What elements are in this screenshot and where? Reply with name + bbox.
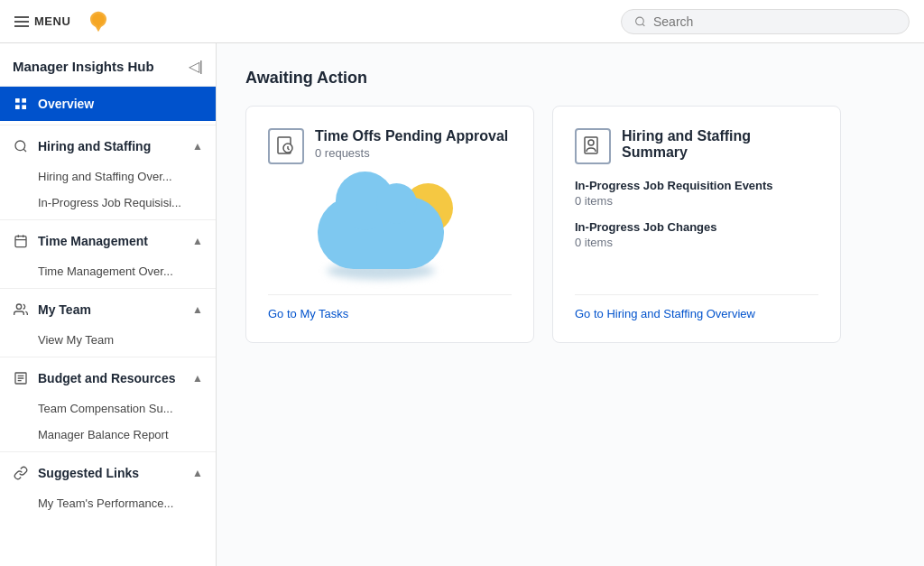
menu-button[interactable]: MENU: [14, 14, 70, 28]
chevron-up-icon: ▲: [192, 140, 203, 153]
hiring-summary-title-block: Hiring and Staffing Summary: [622, 128, 818, 161]
sidebar-item-budget-resources[interactable]: Budget and Resources ▲: [0, 361, 216, 395]
hamburger-icon: [14, 16, 29, 27]
sidebar-item-time-management[interactable]: Time Management ▲: [0, 224, 216, 258]
search-icon: [634, 15, 646, 28]
go-to-my-tasks-link[interactable]: Go to My Tasks: [268, 307, 348, 320]
svg-point-12: [588, 140, 594, 145]
sidebar-subitem-hiring-overview[interactable]: Hiring and Staffing Over...: [0, 163, 216, 190]
sidebar-collapse-button[interactable]: ◁|: [189, 58, 203, 75]
hiring-summary-stats: In-Progress Job Requisition Events 0 ite…: [575, 179, 818, 287]
people-icon: [13, 302, 29, 318]
cloud-shape: [318, 197, 444, 269]
stat-item-requisition: In-Progress Job Requisition Events 0 ite…: [575, 179, 773, 208]
sidebar-header: Manager Insights Hub ◁|: [0, 43, 216, 87]
hiring-staffing-label: Hiring and Staffing: [38, 139, 151, 153]
svg-point-0: [636, 17, 644, 25]
chevron-up-icon: ▲: [192, 372, 203, 385]
main-content: Awaiting Action Time Offs Pending Approv…: [217, 43, 924, 566]
workday-logo: [85, 8, 112, 35]
suggested-links-label: Suggested Links: [38, 466, 139, 480]
person-document-icon: [582, 135, 604, 157]
go-to-hiring-link[interactable]: Go to Hiring and Staffing Overview: [575, 307, 755, 320]
hiring-icon-wrap: [575, 128, 611, 164]
svg-rect-1: [15, 98, 20, 103]
svg-rect-4: [22, 105, 26, 109]
sidebar-item-my-team[interactable]: My Team ▲: [0, 292, 216, 327]
sidebar: Manager Insights Hub ◁| Overview Hiring …: [0, 43, 217, 566]
link-icon: [13, 465, 29, 481]
chevron-up-icon: ▲: [192, 303, 203, 316]
hiring-summary-card-header: Hiring and Staffing Summary: [575, 128, 818, 164]
search-bar: [621, 9, 910, 34]
topbar: MENU: [0, 0, 924, 43]
time-offs-card: Time Offs Pending Approval 0 requests Go…: [245, 106, 534, 343]
time-offs-title-block: Time Offs Pending Approval 0 requests: [315, 128, 508, 160]
menu-label: MENU: [34, 14, 70, 28]
time-offs-title: Time Offs Pending Approval: [315, 128, 508, 144]
sidebar-item-overview[interactable]: Overview: [0, 87, 216, 121]
sidebar-subitem-team-compensation[interactable]: Team Compensation Su...: [0, 395, 216, 422]
time-offs-card-footer: Go to My Tasks: [268, 294, 512, 320]
grid-icon: [13, 96, 29, 112]
chevron-up-icon: ▲: [192, 235, 203, 247]
time-offs-illustration: [268, 179, 512, 287]
budget-resources-label: Budget and Resources: [38, 371, 175, 385]
hiring-summary-title: Hiring and Staffing Summary: [622, 128, 818, 161]
cloud-illustration: [309, 179, 471, 287]
time-offs-subtitle: 0 requests: [315, 146, 508, 160]
time-offs-icon-wrap: [268, 128, 304, 164]
time-offs-card-header: Time Offs Pending Approval 0 requests: [268, 128, 512, 164]
sidebar-item-suggested-links[interactable]: Suggested Links ▲: [0, 456, 216, 490]
divider: [0, 451, 216, 452]
section-title: Awaiting Action: [245, 69, 895, 88]
hiring-summary-card: Hiring and Staffing Summary In-Progress …: [552, 106, 841, 343]
stat-requisition-label: In-Progress Job Requisition Events: [575, 179, 773, 192]
svg-rect-3: [15, 105, 20, 109]
divider: [0, 288, 216, 289]
stat-job-changes-label: In-Progress Job Changes: [575, 220, 716, 234]
sidebar-subitem-my-team-performance[interactable]: My Team's Performance...: [0, 490, 216, 516]
sidebar-item-hiring-staffing[interactable]: Hiring and Staffing ▲: [0, 129, 216, 163]
svg-point-7: [16, 304, 21, 309]
sidebar-subitem-manager-balance[interactable]: Manager Balance Report: [0, 422, 216, 448]
clock-document-icon: [275, 135, 297, 157]
cards-row: Time Offs Pending Approval 0 requests Go…: [245, 106, 895, 343]
search-input[interactable]: [653, 14, 896, 29]
divider: [0, 125, 216, 125]
stat-job-changes-value: 0 items: [575, 236, 716, 249]
sidebar-title: Manager Insights Hub: [13, 59, 154, 74]
svg-rect-6: [15, 237, 26, 247]
hiring-summary-card-footer: Go to Hiring and Staffing Overview: [575, 294, 818, 320]
document-icon: [13, 370, 29, 386]
search-nav-icon: [13, 138, 29, 154]
chevron-up-icon: ▲: [192, 467, 203, 479]
sidebar-subitem-time-mgmt-overview[interactable]: Time Management Over...: [0, 258, 216, 284]
time-management-label: Time Management: [38, 234, 148, 248]
stat-requisition-value: 0 items: [575, 194, 773, 208]
divider: [0, 219, 216, 220]
sidebar-overview-label: Overview: [38, 97, 94, 111]
my-team-label: My Team: [38, 302, 91, 317]
sidebar-subitem-view-my-team[interactable]: View My Team: [0, 327, 216, 353]
stat-item-job-changes: In-Progress Job Changes 0 items: [575, 220, 716, 249]
app-layout: Manager Insights Hub ◁| Overview Hiring …: [0, 43, 924, 566]
active-indicator: [0, 87, 4, 121]
svg-point-5: [15, 141, 25, 151]
svg-rect-2: [22, 98, 26, 103]
calendar-icon: [13, 233, 29, 249]
sidebar-subitem-inprogress-req[interactable]: In-Progress Job Requisisi...: [0, 190, 216, 216]
divider: [0, 357, 216, 357]
